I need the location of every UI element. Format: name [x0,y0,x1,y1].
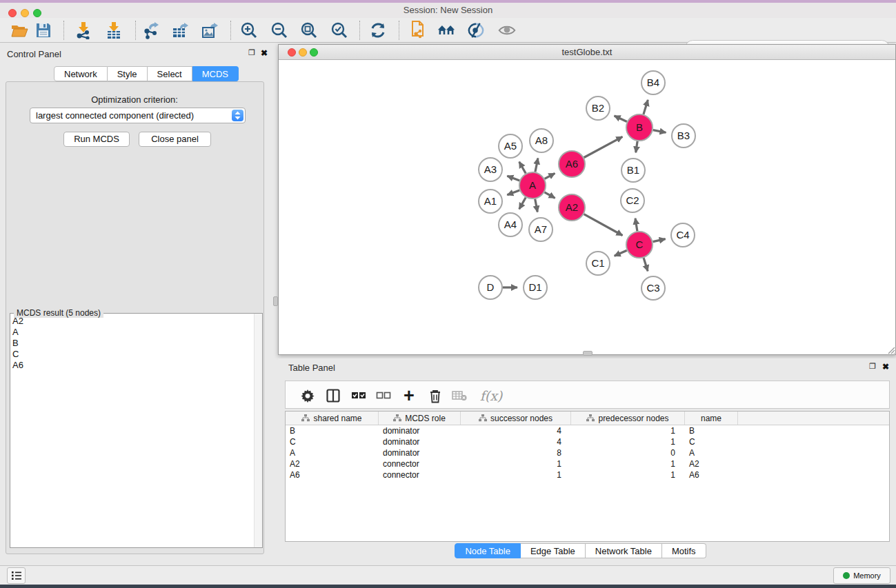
node-A6[interactable]: A6 [559,151,585,177]
table-cell[interactable]: B [286,426,379,436]
open-session-network-icon[interactable] [408,21,426,39]
edge-A-A3[interactable] [507,176,519,181]
edge-C-C1[interactable] [615,250,627,256]
node-A1[interactable]: A1 [479,190,502,213]
node-A3[interactable]: A3 [479,158,502,181]
task-history-button[interactable] [7,567,26,584]
run-mcds-button[interactable]: Run MCDS [63,132,130,147]
edge-B-B3[interactable] [653,130,666,133]
column-header-shared-name[interactable]: shared name [286,412,379,425]
vertical-scroll-thumb[interactable] [273,296,278,306]
table-row[interactable]: Cdominator41C [286,436,889,447]
edge-C-C3[interactable] [644,258,648,271]
close-window-light[interactable] [8,9,17,17]
tab-network[interactable]: Network [54,66,108,81]
node-C4[interactable]: C4 [671,223,695,247]
zoom-selected-icon[interactable] [330,21,348,39]
table-cell[interactable]: 1 [571,426,685,436]
node-C3[interactable]: C3 [641,276,665,300]
tab-mcds[interactable]: MCDS [192,66,239,81]
node-B3[interactable]: B3 [672,124,695,148]
node-B1[interactable]: B1 [621,159,645,182]
delete-column-icon[interactable] [426,386,445,405]
table-cell[interactable]: C [286,437,379,447]
edge-A-A1[interactable] [507,190,519,195]
node-C1[interactable]: C1 [586,252,610,275]
zoom-window-light[interactable] [33,9,41,17]
node-A2[interactable]: A2 [559,194,585,221]
table-cell[interactable]: connector [379,459,461,469]
mcds-result-item[interactable]: A [12,327,253,338]
table-row[interactable]: A2connector11A2 [286,458,889,469]
float-panel-icon[interactable]: ❐ [248,48,255,57]
node-B[interactable]: B [626,114,653,141]
column-header-name[interactable]: name [685,412,738,425]
home-views-icon[interactable] [437,21,455,39]
table-cell[interactable]: dominator [379,426,461,436]
close-panel-button[interactable]: Close panel [139,132,211,147]
deselect-all-icon[interactable] [374,386,393,405]
zoom-fit-icon[interactable] [300,21,318,39]
table-cell[interactable]: A6 [286,470,379,480]
table-cell[interactable]: B [685,426,738,436]
table-cell[interactable]: connector [379,470,461,480]
node-C2[interactable]: C2 [621,189,644,212]
table-cell[interactable]: 4 [461,426,571,436]
window-resize-grip[interactable] [887,346,895,354]
zoom-view-light[interactable] [310,48,318,57]
edge-B-B4[interactable] [644,100,648,114]
table-cell[interactable]: dominator [379,448,461,458]
node-A8[interactable]: A8 [530,129,553,152]
network-graph-canvas[interactable]: AA6A2BCA1A3A4A5A7A8B1B2B3B4C1C2C3C4DD1 [279,60,895,354]
column-header-predecessor-nodes[interactable]: predecessor nodes [571,412,685,425]
mcds-result-scrollbar[interactable] [254,314,262,547]
node-table[interactable]: shared nameMCDS rolesuccessor nodesprede… [285,411,890,542]
open-file-icon[interactable] [10,21,28,39]
node-A7[interactable]: A7 [529,218,552,241]
show-column-icon[interactable] [323,386,343,405]
import-network-icon[interactable] [74,21,92,39]
node-B4[interactable]: B4 [641,71,665,94]
table-cell[interactable]: A [685,448,738,458]
node-C[interactable]: C [626,232,653,258]
table-cell[interactable]: C [685,437,738,447]
table-row[interactable]: A6connector11A6 [286,469,889,480]
import-table-icon[interactable] [105,21,123,39]
edge-A-A2[interactable] [544,192,555,199]
tab-node-table[interactable]: Node Table [455,543,521,558]
save-session-icon[interactable] [34,21,52,39]
node-A[interactable]: A [519,172,546,199]
table-cell[interactable]: A2 [286,459,379,469]
hide-graphics-details-icon[interactable] [467,21,485,39]
tab-network-table[interactable]: Network Table [586,543,662,558]
export-image-icon[interactable] [201,21,219,39]
zoom-out-icon[interactable] [270,21,288,39]
edge-A-A7[interactable] [535,199,538,212]
settings-gear-icon[interactable] [298,386,317,405]
horizontal-scroll-thumb[interactable] [583,351,593,356]
table-cell[interactable]: 1 [571,437,685,447]
zoom-in-icon[interactable] [240,21,258,39]
close-view-light[interactable] [288,48,296,57]
table-cell[interactable]: 4 [461,437,571,447]
minimize-window-light[interactable] [21,9,29,17]
column-header-MCDS-role[interactable]: MCDS role [379,412,461,425]
edge-A-A4[interactable] [519,197,526,209]
node-D1[interactable]: D1 [524,276,547,299]
tab-motifs[interactable]: Motifs [662,543,706,558]
table-cell[interactable]: A [286,448,379,458]
network-window-titlebar[interactable]: testGlobe.txt [279,45,895,60]
table-cell[interactable]: 0 [571,448,685,458]
export-table-icon[interactable] [172,21,190,39]
table-cell[interactable]: 8 [461,448,571,458]
tab-style[interactable]: Style [108,66,148,81]
mcds-result-item[interactable]: A6 [12,360,253,371]
table-cell[interactable]: A2 [685,459,738,469]
node-B2[interactable]: B2 [586,97,610,120]
edge-B-B2[interactable] [615,116,627,122]
node-D[interactable]: D [479,276,502,299]
edge-C-C2[interactable] [635,219,637,232]
close-panel-icon[interactable]: ✖ [261,48,268,58]
memory-button[interactable]: Memory [833,567,890,584]
mcds-result-item[interactable]: B [12,338,253,349]
